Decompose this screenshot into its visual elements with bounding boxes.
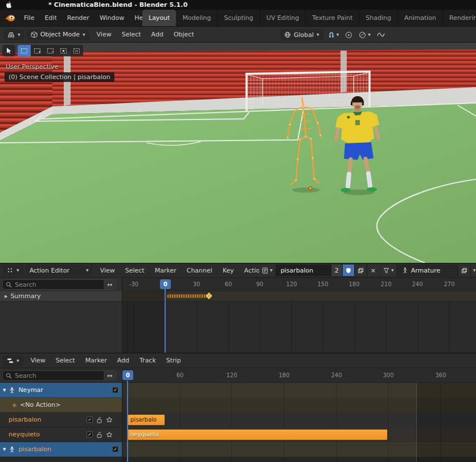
- dope-sheet-ruler[interactable]: -30 30 60 90 120 150 180 210 240 270 0: [122, 278, 476, 291]
- tab-layout[interactable]: Layout: [142, 10, 176, 26]
- tab-shading[interactable]: Shading: [359, 10, 398, 26]
- nla-marker-menu[interactable]: Marker: [80, 357, 112, 364]
- id-selector[interactable]: Armature: [397, 265, 458, 276]
- menu-render[interactable]: Render: [62, 10, 95, 27]
- nla-track-row-pisarbalon[interactable]: pisarbalon ✓: [0, 412, 122, 427]
- solo-star-icon[interactable]: [106, 416, 113, 423]
- tab-animation[interactable]: Animation: [398, 10, 443, 26]
- editor-type-dropdown[interactable]: ▼: [3, 355, 23, 366]
- lock-open-icon[interactable]: [96, 416, 102, 423]
- summary-keyframe-row[interactable]: [122, 291, 476, 302]
- wave-icon: [377, 31, 385, 38]
- view-menu[interactable]: View: [92, 31, 117, 38]
- track-enable-checkbox[interactable]: ✓: [87, 416, 93, 423]
- nla-view-menu[interactable]: View: [26, 357, 51, 364]
- current-frame-badge[interactable]: 0: [160, 279, 171, 289]
- viewport-3d[interactable]: User Perspective (0) Scene Collection | …: [0, 43, 476, 263]
- ds-key-menu[interactable]: Key: [218, 267, 239, 274]
- blender-logo[interactable]: [5, 14, 15, 22]
- nla-playhead[interactable]: [127, 381, 128, 462]
- ds-view-menu[interactable]: View: [95, 267, 120, 274]
- select-box-invert-button[interactable]: [57, 45, 70, 56]
- dope-playhead[interactable]: [165, 289, 166, 353]
- nla-track-row-neyquieto[interactable]: neyquieto ✓: [0, 427, 122, 442]
- track-search[interactable]: Search ↔: [2, 370, 116, 381]
- filter-swap-button[interactable]: ↔: [103, 280, 116, 289]
- nla-add-menu[interactable]: Add: [112, 357, 134, 364]
- soccer-field[interactable]: [0, 103, 476, 263]
- dope-sheet-keyframe-area[interactable]: -30 30 60 90 120 150 180 210 240 270 0: [122, 278, 476, 353]
- apple-menu-icon[interactable]: [6, 1, 12, 9]
- nla-action-row[interactable]: ∗ <No Action>: [0, 398, 122, 412]
- keyframe-diamond[interactable]: [206, 292, 212, 299]
- transform-orientation-dropdown[interactable]: Global ▼: [280, 29, 323, 40]
- object-menu[interactable]: Object: [169, 31, 199, 38]
- copy-id-button[interactable]: [458, 265, 470, 276]
- fake-user-shield-button[interactable]: [342, 265, 354, 276]
- ds-select-menu[interactable]: Select: [120, 267, 150, 274]
- add-menu[interactable]: Add: [146, 31, 169, 38]
- select-menu[interactable]: Select: [117, 31, 146, 38]
- nla-strip-menu[interactable]: Strip: [161, 357, 186, 364]
- tab-rendering[interactable]: Rendering: [443, 10, 476, 26]
- track-enable-checkbox[interactable]: ✓: [112, 446, 118, 452]
- channel-search[interactable]: Search ↔: [2, 279, 116, 290]
- menu-edit[interactable]: Edit: [39, 10, 61, 27]
- nla-track-lanes[interactable]: pisarbalo neyquieto: [122, 383, 476, 462]
- action-users-button[interactable]: 2: [331, 265, 342, 276]
- ds-channel-menu[interactable]: Channel: [182, 267, 218, 274]
- disclosure-triangle-icon[interactable]: ▶: [5, 294, 7, 299]
- nla-ruler[interactable]: 60 120 180 240 300 360 0: [122, 368, 476, 383]
- tab-texture-paint[interactable]: Texture Paint: [306, 10, 359, 26]
- select-box-set-button[interactable]: [18, 45, 31, 56]
- editor-submode-dropdown[interactable]: Action Editor ▼: [26, 265, 93, 276]
- id-name-label: Armature: [411, 267, 441, 274]
- snap-toggle[interactable]: ▼: [326, 29, 342, 40]
- select-box-subtract-button[interactable]: [44, 45, 57, 56]
- editor-type-dropdown[interactable]: ▼: [3, 265, 23, 276]
- menu-file[interactable]: File: [19, 10, 39, 27]
- menu-window[interactable]: Window: [95, 10, 129, 27]
- action-name-field[interactable]: pisarbalon: [276, 265, 331, 276]
- chevron-down-icon[interactable]: ▼: [3, 388, 6, 393]
- viewport-options-button[interactable]: [375, 29, 387, 40]
- nla-object-row-neymar[interactable]: ▼ Neymar ✓: [0, 383, 122, 398]
- unlink-action-button[interactable]: ×: [367, 265, 379, 276]
- tab-uv-editing[interactable]: UV Editing: [260, 10, 306, 26]
- track-enable-checkbox[interactable]: ✓: [112, 387, 118, 393]
- keyframe-strip[interactable]: [167, 294, 208, 298]
- nla-editor: ▼ View Select Marker Add Track Strip Sea…: [0, 353, 476, 462]
- dope-sheet-grid[interactable]: [122, 291, 476, 353]
- nla-object-row-pisarbalon[interactable]: ▼ pisarbalon ✓: [0, 442, 122, 457]
- editor-type-dropdown[interactable]: ▼: [3, 29, 24, 40]
- nla-strip-pisarbalo[interactable]: pisarbalo: [128, 414, 165, 426]
- filter-swap-button[interactable]: ↔: [103, 371, 116, 380]
- active-tool-button[interactable]: [2, 45, 15, 56]
- ruler-tick: 60: [177, 368, 184, 383]
- search-placeholder: Search: [15, 372, 103, 380]
- chevron-down-icon[interactable]: ▼: [3, 447, 6, 452]
- tab-sculpting[interactable]: Sculpting: [218, 10, 260, 26]
- nla-track-menu[interactable]: Track: [134, 357, 161, 364]
- nla-strip-neyquieto[interactable]: neyquieto: [128, 429, 388, 440]
- ds-marker-menu[interactable]: Marker: [150, 267, 182, 274]
- new-action-button[interactable]: [354, 265, 367, 276]
- ball-empty[interactable]: [309, 187, 312, 190]
- lock-open-icon[interactable]: [96, 431, 102, 438]
- action-browse-dropdown[interactable]: ▼: [259, 265, 276, 276]
- nla-select-menu[interactable]: Select: [51, 357, 80, 364]
- proportional-editing-toggle[interactable]: [343, 29, 355, 40]
- falloff-dropdown[interactable]: ▼: [356, 29, 373, 40]
- mode-dropdown[interactable]: Object Mode ▼: [27, 29, 89, 40]
- current-frame-badge[interactable]: 0: [122, 370, 133, 380]
- goal[interactable]: [245, 71, 371, 112]
- solo-star-icon[interactable]: [106, 431, 113, 438]
- tab-modeling[interactable]: Modeling: [176, 10, 218, 26]
- select-box-intersect-button[interactable]: [70, 45, 83, 56]
- select-box-extend-button[interactable]: [31, 45, 44, 56]
- track-enable-checkbox[interactable]: ✓: [87, 431, 93, 438]
- nla-strip-area[interactable]: 60 120 180 240 300 360 0 pisarbalo neyqu…: [122, 368, 476, 462]
- clipped-button[interactable]: ▼: [470, 265, 476, 276]
- filter-dropdown[interactable]: ▼: [380, 265, 397, 276]
- channel-summary[interactable]: ▶ Summary: [0, 291, 122, 302]
